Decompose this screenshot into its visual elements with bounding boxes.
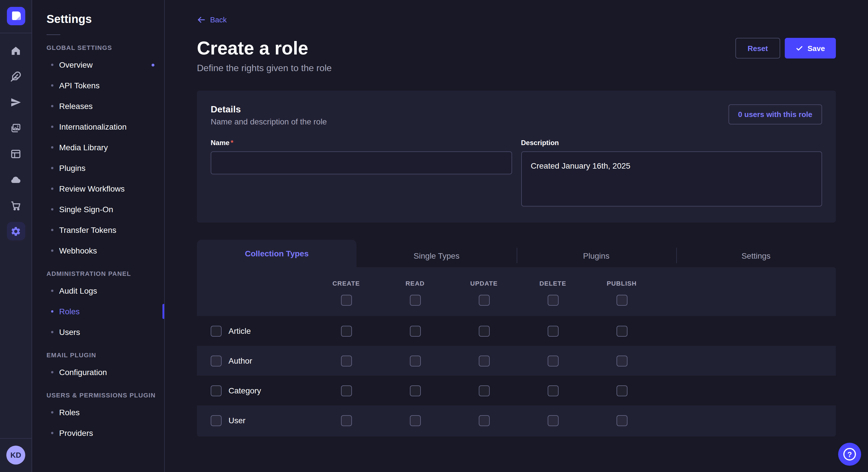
content-type-builder-layout-icon[interactable] [7,144,25,163]
marketplace-cart-icon[interactable] [7,196,25,214]
section-header: USERS & PERMISSIONS PLUGIN [32,392,164,399]
permissions-table: CREATE READ UPDATE DELETE PUBLISH [197,267,836,436]
required-mark: * [230,139,233,147]
sidebar-item-api-tokens[interactable]: API Tokens [32,75,164,96]
main-content: Back Create a role Define the rights giv… [165,0,868,472]
permissions-tabs: Collection Types Single Types Plugins Se… [197,240,836,267]
reset-button[interactable]: Reset [735,38,780,59]
users-with-role-button[interactable]: 0 users with this role [728,104,822,125]
bullet-icon [51,310,53,312]
category-update-checkbox[interactable] [478,385,489,396]
author-delete-checkbox[interactable] [547,355,558,366]
releases-send-icon[interactable] [7,93,25,111]
sidebar-item-label: Internationalization [59,122,127,131]
media-library-icon[interactable] [7,119,25,137]
row-select-checkbox[interactable] [211,326,222,336]
sidebar-item-webhooks[interactable]: Webhooks [32,240,164,261]
bullet-icon [51,167,53,169]
description-textarea[interactable]: Created January 16th, 2025 [521,151,822,206]
name-field-group: Name* [211,139,512,209]
sidebar-item-releases[interactable]: Releases [32,96,164,116]
article-delete-checkbox[interactable] [547,326,558,336]
author-update-checkbox[interactable] [478,355,489,366]
sidebar-item-users[interactable]: Users [32,322,164,342]
sidebar-item-label: Overview [59,60,93,69]
main-nav: KD [0,0,32,472]
save-button[interactable]: Save [784,38,836,59]
row-select-checkbox[interactable] [211,385,222,396]
column-header-create: CREATE [332,280,360,287]
back-link[interactable]: Back [197,15,227,24]
sidebar-item-label: Roles [59,408,80,417]
section-global-settings: GLOBAL SETTINGS Overview API Tokens Rele… [32,44,164,261]
home-icon[interactable] [7,41,25,60]
logo-shape [16,16,20,20]
sidebar-item-single-sign-on[interactable]: Single Sign-On [32,199,164,220]
bullet-icon [51,126,53,128]
cloud-icon[interactable] [7,170,25,189]
sidebar-item-roles-admin[interactable]: Roles [32,301,164,322]
category-publish-checkbox[interactable] [616,385,627,396]
sidebar-item-roles-up[interactable]: Roles [32,402,164,423]
select-all-delete-checkbox[interactable] [547,295,558,306]
name-label: Name* [211,139,512,147]
name-column-spacer [197,280,312,287]
nav-bottom: KD [0,438,32,472]
article-create-checkbox[interactable] [341,326,352,336]
user-delete-checkbox[interactable] [547,415,558,426]
sidebar-item-audit-logs[interactable]: Audit Logs [32,280,164,301]
sidebar-item-configuration[interactable]: Configuration [32,362,164,382]
sidebar-item-review-workflows[interactable]: Review Workflows [32,178,164,199]
user-avatar[interactable]: KD [6,446,25,465]
category-delete-checkbox[interactable] [547,385,558,396]
user-update-checkbox[interactable] [478,415,489,426]
tab-plugins[interactable]: Plugins [516,244,676,267]
page-header: Create a role Define the rights given to… [197,37,836,73]
sidebar-item-label: Media Library [59,143,108,152]
bullet-icon [51,208,53,210]
tab-collection-types[interactable]: Collection Types [197,240,357,267]
header-actions: Reset Save [735,37,836,59]
tab-single-types[interactable]: Single Types [357,244,517,267]
select-all-update-checkbox[interactable] [478,295,489,306]
author-create-checkbox[interactable] [341,355,352,366]
article-update-checkbox[interactable] [478,326,489,336]
user-read-checkbox[interactable] [410,415,421,426]
category-create-checkbox[interactable] [341,385,352,396]
bullet-icon [51,432,53,434]
page-title: Create a role [197,37,332,60]
category-read-checkbox[interactable] [410,385,421,396]
strapi-logo[interactable] [7,7,25,25]
name-input[interactable] [211,151,512,174]
sidebar-item-plugins[interactable]: Plugins [32,158,164,178]
select-all-read-checkbox[interactable] [410,295,421,306]
row-select-checkbox[interactable] [211,415,222,426]
tab-settings[interactable]: Settings [676,244,836,267]
sidebar-item-label: Users [59,328,80,337]
select-all-publish-checkbox[interactable] [616,295,627,306]
content-manager-feather-icon[interactable] [7,67,25,86]
row-select-checkbox[interactable] [211,355,222,366]
description-label: Description [521,139,822,147]
check-icon [795,44,803,52]
user-create-checkbox[interactable] [341,415,352,426]
settings-sidebar: Settings GLOBAL SETTINGS Overview API To… [32,0,165,472]
sidebar-item-label: Review Workflows [59,184,125,193]
sidebar-item-overview[interactable]: Overview [32,55,164,75]
article-publish-checkbox[interactable] [616,326,627,336]
article-read-checkbox[interactable] [410,326,421,336]
user-publish-checkbox[interactable] [616,415,627,426]
question-mark-icon: ? [843,448,856,461]
author-publish-checkbox[interactable] [616,355,627,366]
help-button[interactable]: ? [838,443,861,466]
column-header-publish: PUBLISH [607,280,637,287]
sidebar-item-transfer-tokens[interactable]: Transfer Tokens [32,220,164,240]
select-all-create-checkbox[interactable] [341,295,352,306]
save-label: Save [807,44,825,53]
sidebar-item-media-library[interactable]: Media Library [32,137,164,158]
settings-gear-icon[interactable] [7,222,25,240]
author-read-checkbox[interactable] [410,355,421,366]
permissions-table-head: CREATE READ UPDATE DELETE PUBLISH [197,267,836,316]
sidebar-item-providers[interactable]: Providers [32,423,164,443]
sidebar-item-internationalization[interactable]: Internationalization [32,116,164,137]
